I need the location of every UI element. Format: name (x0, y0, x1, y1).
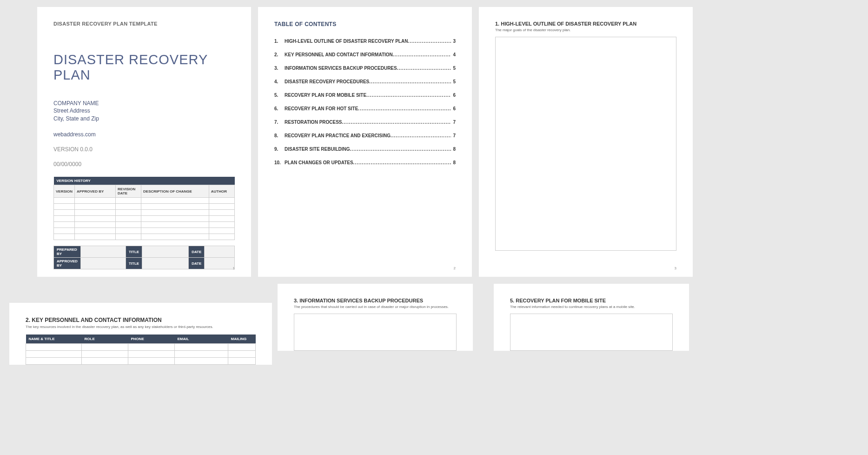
section-description: The relevant information needed to conti… (510, 305, 673, 309)
toc-page: 6 (451, 106, 456, 111)
toc-number: 4. (274, 79, 285, 84)
table-row (54, 222, 235, 228)
title-label: TITLE (126, 246, 142, 258)
table-row (26, 351, 256, 358)
toc-dots: ........................................… (358, 106, 451, 111)
toc-item: 4.DISASTER RECOVERY PROCEDURES..........… (274, 79, 456, 84)
table-row (26, 344, 256, 351)
section-description: The key resources involved in the disast… (26, 325, 256, 329)
prepared-by-field (80, 246, 126, 258)
toc-dots: ........................................… (342, 120, 451, 125)
col-version: VERSION (54, 185, 75, 198)
toc-title: TABLE OF CONTENTS (274, 21, 456, 27)
toc-text: KEY PERSONNEL AND CONTACT INFORMATION (285, 52, 393, 57)
section-title: 2. KEY PERSONNEL AND CONTACT INFORMATION (26, 317, 256, 323)
toc-dots: ........................................… (391, 133, 451, 138)
page-number: 3 (675, 266, 676, 270)
street-address: Street Address (53, 107, 235, 115)
table-row (26, 358, 256, 365)
prepared-by-label: PREPARED BY (54, 246, 81, 258)
document-page-3: 1. HIGH-LEVEL OUTLINE OF DISASTER RECOVE… (479, 7, 693, 277)
toc-dots: ........................................… (393, 52, 451, 57)
title-field (142, 246, 189, 258)
approved-by-field (80, 258, 126, 269)
content-box (510, 314, 673, 351)
version-history-header: VERSION HISTORY (54, 177, 235, 185)
toc-text: DISASTER SITE REBUILDING (285, 147, 350, 152)
table-row (54, 228, 235, 234)
col-revision-date: REVISION DATE (116, 185, 141, 198)
signature-table: PREPARED BY TITLE DATE APPROVED BY TITLE… (53, 246, 235, 269)
col-phone: PHONE (128, 335, 175, 344)
date-label: 00/00/0000 (53, 161, 235, 167)
toc-text: DISASTER RECOVERY PROCEDURES (285, 79, 369, 84)
toc-text: PLAN CHANGES OR UPDATES (285, 160, 353, 165)
toc-number: 1. (274, 39, 285, 44)
date-field-2 (205, 258, 235, 269)
table-row (54, 216, 235, 222)
version-label: VERSION 0.0.0 (53, 146, 235, 153)
toc-dots: ........................................… (350, 147, 451, 152)
toc-text: RESTORATION PROCESS (285, 120, 342, 125)
col-mailing: MAILING (228, 335, 256, 344)
toc-page: 7 (451, 120, 456, 125)
section-description: The major goals of the disaster recovery… (495, 28, 676, 32)
toc-text: RECOVERY PLAN FOR HOT SITE (285, 106, 358, 111)
toc-list: 1.HIGH-LEVEL OUTLINE OF DISASTER RECOVER… (274, 39, 456, 165)
company-info: COMPANY NAME Street Address City, State … (53, 100, 235, 123)
toc-text: HIGH-LEVEL OUTLINE OF DISASTER RECOVERY … (285, 39, 408, 44)
toc-item: 8.RECOVERY PLAN PRACTICE AND EXERCISING.… (274, 133, 456, 138)
document-page-2: TABLE OF CONTENTS 1.HIGH-LEVEL OUTLINE O… (258, 7, 472, 277)
toc-page: 5 (451, 79, 456, 84)
toc-number: 3. (274, 66, 285, 71)
title-label-2: TITLE (126, 258, 142, 269)
toc-item: 7.RESTORATION PROCESS...................… (274, 120, 456, 125)
col-description: DESCRIPTION OF CHANGE (141, 185, 209, 198)
table-row (54, 234, 235, 240)
table-row (54, 210, 235, 216)
title-field-2 (142, 258, 189, 269)
toc-page: 8 (451, 147, 456, 152)
toc-item: 3.INFORMATION SERVICES BACKUP PROCEDURES… (274, 66, 456, 71)
page-number: 1 (233, 266, 235, 270)
toc-number: 8. (274, 133, 285, 138)
toc-page: 4 (451, 52, 456, 57)
toc-text: INFORMATION SERVICES BACKUP PROCEDURES (285, 66, 397, 71)
document-page-6: 5. RECOVERY PLAN FOR MOBILE SITE The rel… (494, 284, 689, 351)
page-number: 2 (454, 266, 456, 270)
toc-item: 2.KEY PERSONNEL AND CONTACT INFORMATION.… (274, 52, 456, 57)
contact-table: NAME & TITLE ROLE PHONE EMAIL MAILING (26, 335, 256, 365)
toc-item: 5.RECOVERY PLAN FOR MOBILE SITE.........… (274, 93, 456, 98)
toc-number: 10. (274, 160, 285, 165)
toc-item: 9.DISASTER SITE REBUILDING..............… (274, 147, 456, 152)
toc-dots: ........................................… (369, 79, 451, 84)
document-page-1: DISASTER RECOVERY PLAN TEMPLATE DISASTER… (37, 7, 251, 277)
content-box (294, 314, 457, 351)
section-title: 1. HIGH-LEVEL OUTLINE OF DISASTER RECOVE… (495, 21, 676, 27)
content-box (495, 37, 676, 251)
toc-number: 9. (274, 147, 285, 152)
section-description: The procedures that should be carried ou… (294, 305, 457, 309)
toc-page: 3 (451, 39, 456, 44)
toc-page: 8 (451, 160, 456, 165)
template-label: DISASTER RECOVERY PLAN TEMPLATE (53, 21, 235, 27)
toc-dots: ........................................… (366, 93, 451, 98)
toc-item: 1.HIGH-LEVEL OUTLINE OF DISASTER RECOVER… (274, 39, 456, 44)
toc-text: RECOVERY PLAN FOR MOBILE SITE (285, 93, 366, 98)
date-field (205, 246, 235, 258)
date-label-cell-2: DATE (189, 258, 205, 269)
col-name-title: NAME & TITLE (26, 335, 82, 344)
toc-item: 6.RECOVERY PLAN FOR HOT SITE............… (274, 106, 456, 111)
toc-page: 6 (451, 93, 456, 98)
toc-dots: ........................................… (397, 66, 451, 71)
toc-number: 7. (274, 120, 285, 125)
document-page-5: 3. INFORMATION SERVICES BACKUP PROCEDURE… (278, 284, 473, 351)
toc-item: 10.PLAN CHANGES OR UPDATES..............… (274, 160, 456, 165)
section-title: 3. INFORMATION SERVICES BACKUP PROCEDURE… (294, 298, 457, 303)
toc-dots: ........................................… (353, 160, 451, 165)
company-name: COMPANY NAME (53, 100, 235, 107)
document-page-4: 2. KEY PERSONNEL AND CONTACT INFORMATION… (9, 303, 272, 365)
toc-number: 6. (274, 106, 285, 111)
toc-page: 5 (451, 66, 456, 71)
col-role: ROLE (82, 335, 128, 344)
